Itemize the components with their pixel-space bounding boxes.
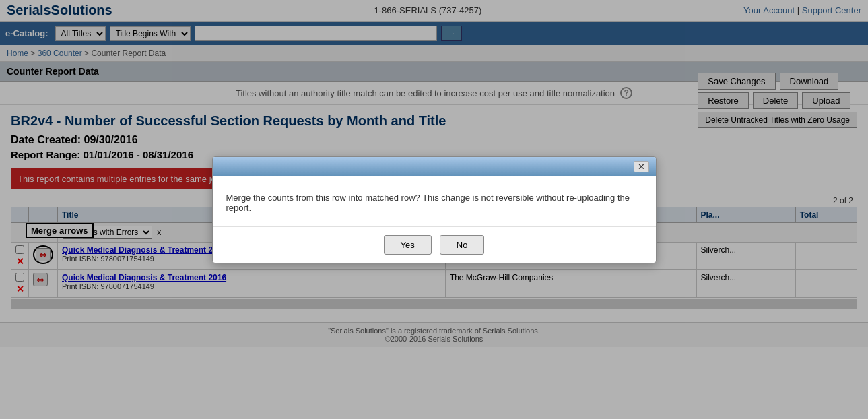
modal-yes-button[interactable]: Yes — [384, 235, 432, 255]
modal-no-button[interactable]: No — [440, 235, 485, 255]
modal-header: ✕ — [213, 157, 656, 176]
modal-overlay: ✕ Merge the counts from this row into ma… — [0, 0, 868, 347]
modal-footer: Yes No — [213, 226, 656, 263]
modal-body: Merge the counts from this row into matc… — [213, 176, 656, 226]
modal-message: Merge the counts from this row into matc… — [226, 193, 642, 213]
modal-close-button[interactable]: ✕ — [634, 161, 649, 172]
modal-dialog: ✕ Merge the counts from this row into ma… — [212, 156, 657, 263]
